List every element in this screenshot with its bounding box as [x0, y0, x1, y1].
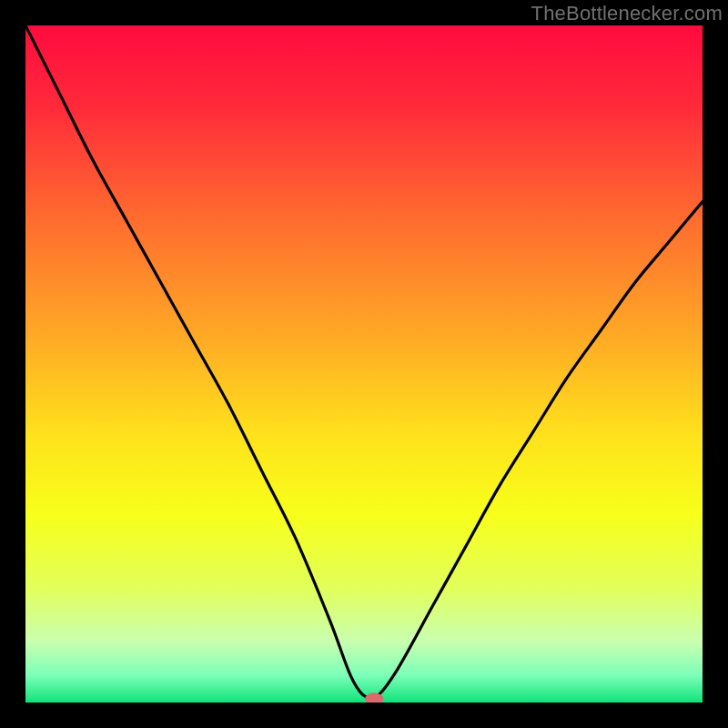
plot-svg	[25, 25, 703, 703]
watermark-text: TheBottlenecker.com	[531, 2, 723, 25]
plot-area	[25, 25, 703, 703]
chart-container: TheBottlenecker.com	[0, 0, 728, 728]
gradient-background	[25, 25, 703, 703]
